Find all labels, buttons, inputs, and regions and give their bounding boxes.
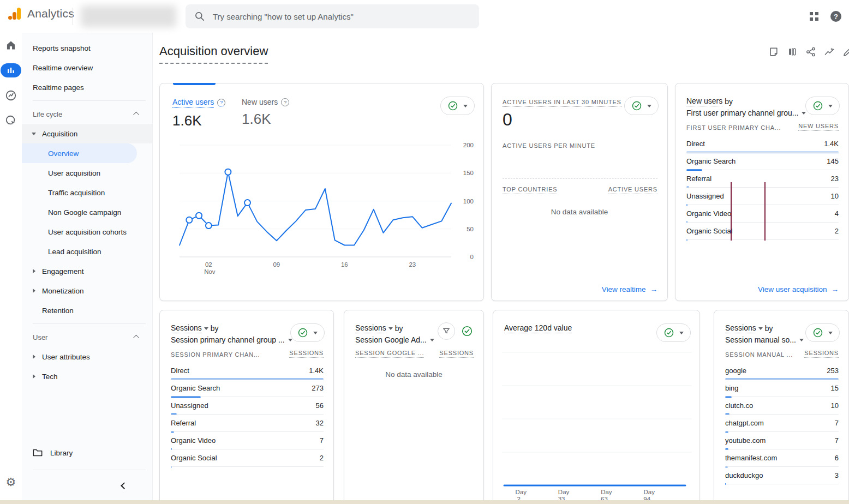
selected-metric-indicator bbox=[173, 83, 216, 85]
rail-advertising-button[interactable] bbox=[0, 108, 22, 133]
new-users-by-channel-card: New users by First user primary channel … bbox=[675, 83, 849, 301]
collapse-sidebar-button[interactable] bbox=[117, 479, 130, 492]
sidebar-item-acquisition[interactable]: Acquisition bbox=[22, 124, 152, 143]
share-button[interactable] bbox=[805, 46, 817, 58]
channel-table: Direct1.4KOrganic Search273Unassigned56R… bbox=[171, 363, 324, 467]
edit-button[interactable] bbox=[842, 46, 849, 58]
brand-name: Analytics bbox=[27, 7, 74, 20]
rail-explore-button[interactable] bbox=[0, 83, 22, 108]
chart-status-dropdown[interactable] bbox=[805, 323, 840, 342]
sidebar-item-overview[interactable]: Overview bbox=[22, 143, 137, 163]
avg-120d-title: Average 120d value bbox=[504, 323, 572, 333]
sidebar-item-tech[interactable]: Tech bbox=[22, 367, 152, 386]
dimension-column-header: SESSION MANUAL ... bbox=[725, 351, 793, 358]
progress-bar bbox=[725, 395, 839, 397]
svg-text:100: 100 bbox=[463, 198, 474, 205]
chart-status-dropdown[interactable] bbox=[656, 323, 691, 342]
metric-tab-new-users[interactable]: New users ? 1.6K bbox=[242, 98, 289, 128]
sidebar-item-non-google-campaign[interactable]: Non Google campaign bbox=[22, 202, 152, 222]
check-circle-icon bbox=[297, 327, 308, 338]
app-header: Analytics Try searching "how to set up A… bbox=[0, 0, 849, 33]
realtime-card: ACTIVE USERS IN LAST 30 MINUTES 0 ACTIVE… bbox=[491, 83, 668, 301]
sidebar-section-life-cycle[interactable]: Life cycle bbox=[22, 104, 152, 124]
row-value: 10 bbox=[831, 401, 839, 410]
chart-status-dropdown[interactable] bbox=[440, 97, 475, 115]
account-property-selector[interactable] bbox=[81, 5, 176, 27]
sidebar-item-lead-acquisition[interactable]: Lead acquisition bbox=[22, 242, 152, 261]
per-minute-label: ACTIVE USERS PER MINUTE bbox=[503, 142, 595, 149]
chart-status-dropdown[interactable] bbox=[290, 323, 325, 342]
admin-gear-button[interactable]: ⚙ bbox=[0, 476, 22, 489]
search-input[interactable]: Try searching "how to set up Analytics" bbox=[186, 4, 479, 28]
sidebar-item-realtime-pages[interactable]: Realtime pages bbox=[22, 77, 152, 97]
compare-button[interactable] bbox=[786, 46, 798, 58]
chart-status-button[interactable] bbox=[458, 322, 476, 340]
progress-bar bbox=[725, 378, 839, 380]
metric-tab-active-users[interactable]: Active users ? 1.6K bbox=[172, 98, 225, 129]
arrow-right-icon: → bbox=[832, 285, 839, 293]
progress-bar bbox=[171, 430, 324, 432]
analytics-home-link[interactable]: Analytics bbox=[8, 7, 74, 21]
dimension-column-header: SESSION GOOGLE ... bbox=[355, 350, 424, 358]
add-note-button[interactable] bbox=[768, 46, 780, 58]
rail-home-button[interactable] bbox=[0, 33, 22, 58]
insights-button[interactable] bbox=[823, 46, 835, 58]
svg-text:?: ? bbox=[834, 13, 838, 21]
dimension-selector[interactable]: Session primary channel group ... bbox=[171, 335, 292, 344]
progress-bar bbox=[686, 169, 839, 170]
svg-text:09: 09 bbox=[273, 261, 280, 268]
help-button[interactable]: ? bbox=[825, 5, 847, 27]
no-data-message: No data available bbox=[492, 208, 667, 216]
help-tooltip-icon[interactable]: ? bbox=[281, 98, 289, 106]
help-tooltip-icon[interactable]: ? bbox=[217, 99, 225, 107]
sessions-by-manual-source-card: Sessions by Session manual so... SESSION… bbox=[714, 310, 849, 504]
dimension-selector[interactable]: Session manual so... bbox=[725, 335, 804, 344]
progress-bar bbox=[171, 448, 324, 449]
metric-selector[interactable]: Sessions bbox=[725, 323, 756, 333]
sidebar-item-user-attributes[interactable]: User attributes bbox=[22, 347, 152, 367]
sidebar-item-library[interactable]: Library bbox=[22, 443, 152, 463]
table-row: google253 bbox=[725, 363, 839, 380]
sidebar-item-user-acquisition-cohorts[interactable]: User acquisition cohorts bbox=[22, 222, 152, 242]
sidebar-item-realtime-overview[interactable]: Realtime overview bbox=[22, 58, 152, 77]
caret-right-icon bbox=[33, 289, 35, 293]
sidebar-item-reports-snapshot[interactable]: Reports snapshot bbox=[22, 38, 152, 58]
metric-selector[interactable]: Sessions bbox=[171, 323, 202, 333]
page-title: Acquisition overview bbox=[159, 44, 268, 64]
svg-text:23: 23 bbox=[409, 261, 416, 268]
view-user-acquisition-link[interactable]: View user acquisition→ bbox=[758, 285, 839, 293]
chart-status-dropdown[interactable] bbox=[805, 97, 840, 115]
chevron-up-icon bbox=[133, 335, 139, 341]
top-countries-header: TOP COUNTRIES bbox=[503, 186, 557, 194]
row-value: 10 bbox=[831, 192, 839, 200]
dimension-selector[interactable]: First user primary channel grou... bbox=[686, 109, 806, 117]
row-label: Organic Social bbox=[171, 454, 217, 462]
apps-grid-button[interactable] bbox=[803, 5, 825, 27]
sidebar-section-user[interactable]: User bbox=[22, 327, 152, 347]
card-title: New users by bbox=[686, 97, 733, 106]
new-users-value: 1.6K bbox=[242, 111, 289, 128]
row-label: Unassigned bbox=[171, 401, 208, 410]
check-circle-icon bbox=[663, 327, 674, 338]
sidebar-item-retention[interactable]: Retention bbox=[22, 301, 152, 320]
sidebar-item-user-acquisition[interactable]: User acquisition bbox=[22, 163, 152, 183]
avg-120d-line-chart: Day2Day33Day63Day94 bbox=[502, 344, 692, 504]
rail-reports-button[interactable] bbox=[0, 58, 22, 83]
caret-down-icon bbox=[288, 339, 292, 341]
filter-button[interactable] bbox=[438, 322, 455, 340]
view-realtime-link[interactable]: View realtime→ bbox=[602, 285, 657, 293]
sidebar-item-engagement[interactable]: Engagement bbox=[22, 261, 152, 281]
metric-selector[interactable]: Sessions bbox=[355, 323, 386, 333]
sidebar-divider bbox=[33, 470, 146, 470]
metric-selector[interactable]: New users bbox=[686, 97, 722, 106]
realtime-title: ACTIVE USERS IN LAST 30 MINUTES bbox=[503, 99, 621, 107]
table-row: Referral32 bbox=[171, 415, 324, 433]
active-users-value: 1.6K bbox=[172, 112, 225, 129]
dimension-selector[interactable]: Session Google Ad... bbox=[355, 335, 434, 344]
chart-status-dropdown[interactable] bbox=[624, 97, 659, 115]
source-table: google253bing15clutch.co10chatgpt.com7yo… bbox=[725, 363, 839, 485]
sidebar-item-traffic-acquisition[interactable]: Traffic acquisition bbox=[22, 183, 152, 202]
sidebar-item-monetization[interactable]: Monetization bbox=[22, 281, 152, 301]
row-label: Direct bbox=[686, 140, 705, 148]
chevron-up-icon bbox=[133, 112, 139, 118]
